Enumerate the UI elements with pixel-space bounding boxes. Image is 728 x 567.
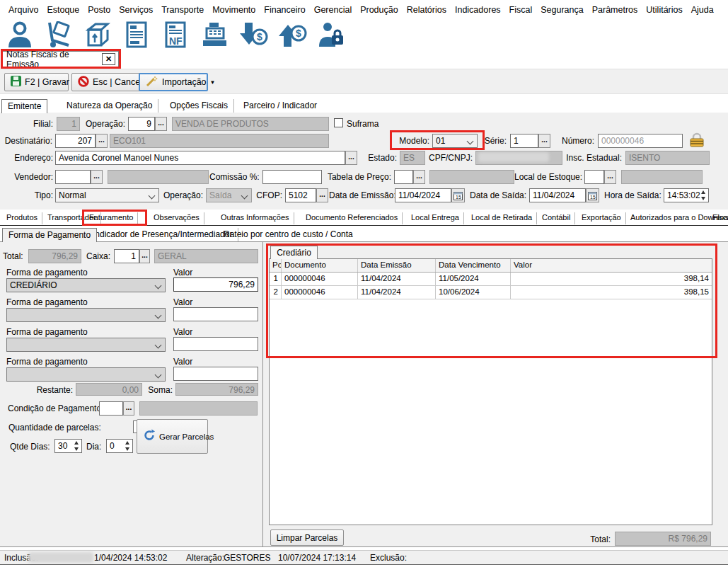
menu-gerencial[interactable]: Gerencial — [310, 3, 357, 17]
qtde-dias-field[interactable]: 30 — [54, 439, 82, 453]
spin-up-icon[interactable] — [125, 441, 129, 445]
comissao-field[interactable] — [262, 170, 322, 184]
menu-servicos[interactable]: Serviços — [115, 3, 157, 17]
valor-field-4[interactable] — [173, 367, 258, 381]
serie-lookup-button[interactable]: ... — [538, 134, 550, 148]
col-pc[interactable]: Pc — [270, 259, 282, 272]
col-valor[interactable]: Valor — [511, 259, 712, 272]
tab-indicador-presenca[interactable]: Indicador de Presença/Intermediador — [87, 228, 238, 241]
tab-faturamento[interactable]: Faturamento — [86, 212, 138, 224]
menu-posto[interactable]: Posto — [83, 3, 115, 17]
forma-pagamento-select-1[interactable]: CREDIÁRIO — [6, 278, 166, 292]
package-icon[interactable] — [82, 21, 113, 49]
suframa-checkbox[interactable] — [334, 118, 343, 127]
tab-local-entrega[interactable]: Local Entrega — [408, 212, 464, 224]
nf-document-icon[interactable]: NF — [160, 21, 191, 49]
data-emissao-field[interactable]: 11/04/2024 — [395, 188, 451, 202]
valor-field-1[interactable]: 796,29 — [173, 277, 258, 292]
tab-forma-pagamento[interactable]: Forma de Pagamento — [2, 228, 97, 242]
spin-down-icon[interactable] — [74, 447, 79, 451]
endereco-field[interactable]: Avenida Coronel Manoel Nunes — [55, 151, 345, 165]
hand-truck-icon[interactable] — [43, 21, 74, 49]
cash-register-icon[interactable] — [199, 21, 230, 49]
limpar-parcelas-button[interactable]: Limpar Parcelas — [270, 529, 344, 546]
numero-field[interactable]: 000000046 — [598, 134, 683, 148]
col-data-emissao[interactable]: Data Emissão — [358, 259, 436, 272]
time-spinner[interactable] — [699, 190, 707, 200]
tab-exportacao[interactable]: Exportação — [578, 212, 626, 224]
cfop-lookup-button[interactable]: ... — [316, 188, 328, 202]
forma-pagamento-select-4[interactable] — [6, 367, 166, 382]
tab-natureza-operacao[interactable]: Natureza da Operação — [61, 99, 158, 113]
local-estoque-field[interactable] — [584, 170, 604, 184]
tabela-preco-lookup-button[interactable]: ... — [413, 170, 425, 184]
destinatario-lookup-button[interactable]: ... — [96, 134, 108, 148]
tab-emitente[interactable]: Emitente — [1, 99, 47, 113]
menu-producao[interactable]: Produção — [356, 3, 403, 17]
save-button[interactable]: F2 | Gravar — [4, 73, 69, 91]
menu-estoque[interactable]: Estoque — [42, 3, 83, 17]
valor-field-3[interactable] — [173, 337, 258, 351]
menu-seguranca[interactable]: Segurança — [536, 3, 587, 17]
person-lock-icon[interactable] — [316, 21, 347, 49]
tab-fiscal[interactable]: Fiscal — [709, 212, 728, 224]
spin-down-icon[interactable] — [701, 197, 705, 200]
menu-indicadores[interactable]: Indicadores — [451, 3, 505, 17]
gerar-parcelas-button[interactable]: Gerar Parcelas — [137, 419, 208, 454]
qtde-dias-spinner[interactable] — [72, 441, 80, 451]
vendedor-field[interactable] — [55, 170, 91, 184]
hora-saida-field[interactable]: 14:53:02 — [664, 188, 709, 202]
tipo-select[interactable]: Normal — [55, 188, 159, 202]
col-data-vencimento[interactable]: Data Vencimento — [436, 259, 511, 272]
document-icon[interactable] — [121, 21, 152, 49]
menu-parametros[interactable]: Parâmetros — [588, 3, 642, 17]
serie-field[interactable]: 1 — [510, 134, 538, 148]
endereco-lookup-button[interactable]: ... — [345, 151, 357, 165]
tab-contabil[interactable]: Contábil — [538, 212, 575, 224]
money-in-icon[interactable]: $ — [238, 21, 269, 49]
table-row[interactable]: 1 000000046 11/04/2024 11/05/2024 398,14 — [270, 273, 712, 286]
tab-observacoes[interactable]: Observações — [150, 212, 204, 224]
caixa-field[interactable]: 1 — [114, 249, 139, 263]
spin-up-icon[interactable] — [74, 441, 79, 445]
operacao-field[interactable]: 9 — [128, 117, 155, 131]
cfop-field[interactable]: 5102 — [285, 188, 316, 202]
forma-pagamento-select-3[interactable] — [6, 338, 166, 352]
spin-up-icon[interactable] — [701, 190, 705, 194]
modelo-select[interactable]: 01 — [432, 134, 478, 148]
menu-arquivo[interactable]: Arquivo — [4, 3, 42, 17]
money-out-icon[interactable]: $ — [277, 21, 308, 49]
condicao-pagamento-lookup-button[interactable]: ... — [123, 401, 134, 416]
spin-down-icon[interactable] — [125, 447, 129, 451]
tab-local-retirada[interactable]: Local de Retirada — [468, 212, 537, 224]
import-button[interactable]: Importação ▼ — [139, 73, 208, 91]
lock-icon[interactable] — [688, 132, 706, 149]
tab-outras-informacoes[interactable]: Outras Informações — [217, 212, 294, 224]
close-icon[interactable]: ✕ — [102, 53, 115, 65]
menu-financeiro[interactable]: Financeiro — [260, 3, 309, 17]
operacao-lookup-button[interactable]: ... — [155, 117, 167, 131]
dia-field[interactable]: 0 — [106, 439, 133, 453]
menu-fiscal[interactable]: Fiscal — [505, 3, 537, 17]
menu-movimento[interactable]: Movimento — [208, 3, 260, 17]
data-saida-calendar-icon[interactable]: 15 — [586, 188, 599, 202]
dia-spinner[interactable] — [123, 441, 131, 451]
local-estoque-lookup-button[interactable]: ... — [604, 170, 616, 184]
caixa-lookup-button[interactable]: ... — [139, 249, 150, 263]
menu-ajuda[interactable]: Ajuda — [687, 3, 718, 17]
menu-relatorios[interactable]: Relatórios — [403, 3, 451, 17]
cancel-button[interactable]: Esc | Cancelar — [71, 73, 146, 91]
tab-crediario[interactable]: Crediário — [270, 246, 318, 259]
window-tab-notas-fiscais[interactable]: Notas Fiscais de Emissão ✕ — [1, 51, 119, 67]
vendedor-lookup-button[interactable]: ... — [91, 170, 103, 184]
table-row[interactable]: 2 000000046 11/04/2024 10/06/2024 398,15 — [270, 286, 712, 299]
data-saida-field[interactable]: 11/04/2024 — [529, 188, 586, 202]
destinatario-field[interactable]: 207 — [55, 134, 96, 148]
data-emissao-calendar-icon[interactable]: 15 — [451, 188, 465, 202]
condicao-pagamento-field[interactable] — [99, 401, 123, 416]
tab-produtos[interactable]: Produtos — [3, 212, 42, 224]
tab-documento-referenciados[interactable]: Documento Referenciados — [302, 212, 403, 224]
menu-transporte[interactable]: Transporte — [157, 3, 208, 17]
tab-opcoes-fiscais[interactable]: Opções Fiscais — [164, 99, 234, 113]
tabela-preco-field[interactable] — [394, 170, 413, 184]
